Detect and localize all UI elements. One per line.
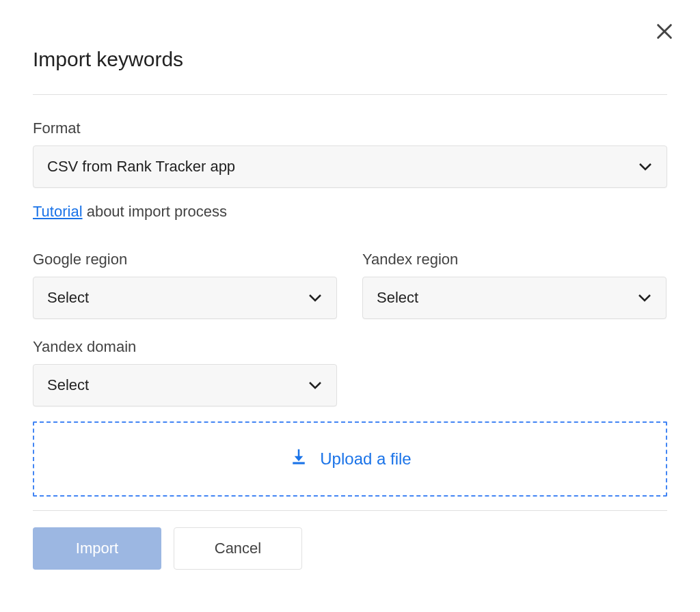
google-region-label: Google region (33, 251, 338, 268)
helper-text: Tutorial about import process (33, 203, 667, 221)
import-button-label: Import (76, 540, 118, 557)
divider (33, 94, 667, 95)
chevron-down-icon (638, 294, 651, 302)
button-row: Import Cancel (33, 527, 667, 570)
download-icon (288, 447, 309, 471)
import-keywords-modal: Import keywords Format CSV from Rank Tra… (0, 0, 700, 597)
chevron-down-icon (639, 163, 651, 171)
yandex-domain-select[interactable]: Select (33, 364, 337, 406)
format-label: Format (33, 120, 667, 137)
divider (33, 510, 667, 511)
format-selected-value: CSV from Rank Tracker app (47, 158, 235, 176)
import-button[interactable]: Import (33, 527, 161, 570)
upload-dropzone[interactable]: Upload a file (33, 421, 667, 497)
close-icon (655, 22, 674, 44)
yandex-domain-value: Select (47, 376, 89, 394)
yandex-region-label: Yandex region (362, 251, 667, 268)
format-select[interactable]: CSV from Rank Tracker app (33, 145, 667, 188)
chevron-down-icon (309, 381, 321, 389)
google-region-value: Select (47, 289, 89, 307)
yandex-region-select[interactable]: Select (362, 277, 667, 319)
svg-rect-2 (293, 462, 306, 464)
modal-title: Import keywords (33, 48, 667, 71)
yandex-domain-label: Yandex domain (33, 338, 667, 356)
cancel-button-label: Cancel (215, 540, 261, 557)
helper-rest: about import process (83, 203, 228, 220)
google-region-select[interactable]: Select (33, 277, 337, 319)
yandex-region-value: Select (377, 289, 418, 307)
upload-label: Upload a file (320, 449, 411, 469)
close-button[interactable] (652, 20, 677, 45)
tutorial-link[interactable]: Tutorial (33, 203, 83, 220)
chevron-down-icon (309, 294, 321, 302)
cancel-button[interactable]: Cancel (174, 527, 302, 570)
